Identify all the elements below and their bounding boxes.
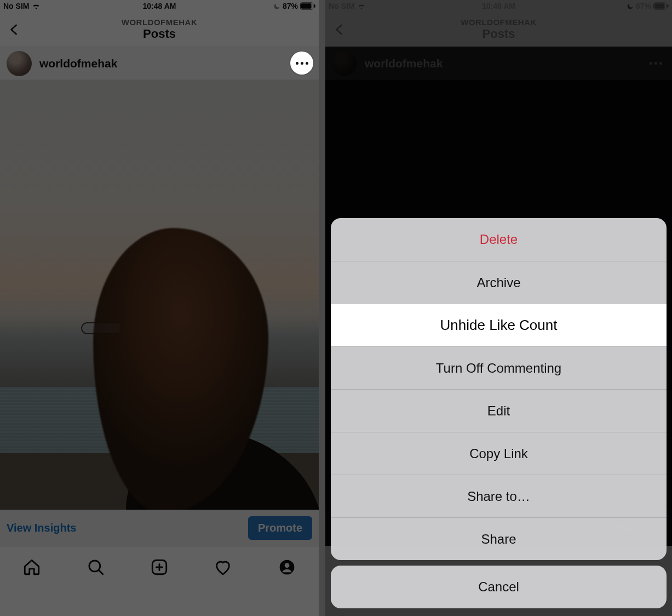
tab-bar: [0, 546, 319, 588]
action-sheet: Delete Archive Unhide Like Count Turn Of…: [325, 213, 672, 616]
sheet-item-edit[interactable]: Edit: [331, 389, 667, 432]
back-button: [329, 19, 351, 41]
wifi-icon: [31, 2, 41, 10]
tab-add-post[interactable]: [148, 556, 170, 578]
sheet-item-share-to[interactable]: Share to…: [331, 475, 667, 517]
action-sheet-options: Delete Archive Unhide Like Count Turn Of…: [331, 218, 667, 560]
battery-pct-label: 87%: [283, 2, 298, 10]
sheet-item-copy-link[interactable]: Copy Link: [331, 432, 667, 475]
svg-rect-9: [667, 4, 668, 8]
status-bar: No SIM 10:48 AM 87%: [0, 0, 319, 12]
clock-label: 10:48 AM: [143, 2, 176, 10]
ellipsis-icon: [296, 62, 298, 65]
dnd-moon-icon: [273, 3, 280, 10]
svg-rect-8: [654, 3, 665, 8]
battery-icon: [300, 2, 315, 10]
svg-point-6: [284, 563, 289, 568]
sheet-item-share[interactable]: Share: [331, 517, 667, 560]
battery-icon: [653, 2, 669, 10]
tab-home[interactable]: [21, 556, 43, 578]
author-username[interactable]: worldofmehak: [39, 57, 117, 70]
battery-pct-label: 87%: [636, 2, 651, 10]
screen-post-view: No SIM 10:48 AM 87% WORLDOFMEHAK Posts w…: [0, 0, 319, 616]
author-username: worldofmehak: [365, 57, 443, 70]
header-subtitle: WORLDOFMEHAK: [461, 18, 536, 27]
screen-action-sheet: No SIM 10:48 AM 87% WORLDOFMEHAK: [325, 0, 672, 616]
tab-search[interactable]: [85, 556, 107, 578]
post-image[interactable]: [0, 80, 319, 510]
post-more-button-highlight[interactable]: [290, 52, 313, 75]
sheet-item-archive[interactable]: Archive: [331, 261, 667, 304]
insights-row: View Insights Promote: [0, 510, 319, 546]
back-button[interactable]: [3, 19, 25, 41]
sheet-item-unhide-like-count[interactable]: Unhide Like Count: [331, 304, 667, 346]
header-title: Posts: [483, 27, 515, 41]
promote-button[interactable]: Promote: [248, 516, 312, 540]
view-insights-link[interactable]: View Insights: [7, 522, 76, 534]
header-subtitle: WORLDOFMEHAK: [122, 18, 197, 27]
sheet-item-turn-off-commenting[interactable]: Turn Off Commenting: [331, 346, 667, 389]
avatar: [332, 51, 357, 76]
svg-rect-1: [301, 3, 312, 8]
clock-label: 10:48 AM: [482, 2, 515, 10]
header-title: Posts: [143, 27, 176, 41]
avatar[interactable]: [7, 51, 32, 76]
tab-profile[interactable]: [276, 556, 298, 578]
post-author-row[interactable]: worldofmehak: [0, 47, 319, 80]
sheet-cancel-button[interactable]: Cancel: [331, 566, 667, 608]
wifi-icon: [357, 2, 366, 10]
sheet-item-delete[interactable]: Delete: [331, 218, 667, 261]
carrier-label: No SIM: [329, 2, 354, 10]
tab-activity[interactable]: [212, 556, 234, 578]
svg-rect-2: [314, 4, 315, 8]
nav-header: WORLDOFMEHAK Posts: [0, 12, 319, 47]
carrier-label: No SIM: [3, 2, 29, 10]
dnd-moon-icon: [627, 3, 634, 10]
